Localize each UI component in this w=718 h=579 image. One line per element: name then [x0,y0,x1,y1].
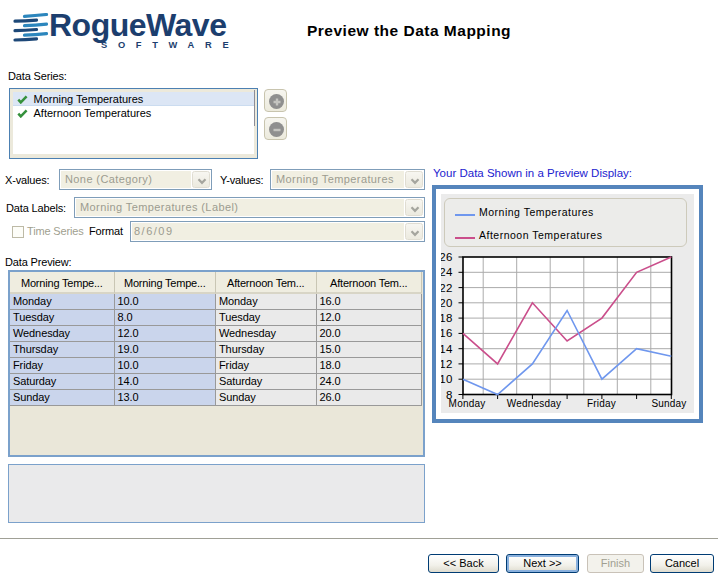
svg-text:Monday: Monday [449,398,486,409]
svg-text:22: 22 [441,282,453,294]
svg-text:16: 16 [441,327,453,339]
svg-text:20: 20 [441,297,453,309]
svg-text:12: 12 [441,358,453,370]
svg-text:18: 18 [441,312,453,324]
svg-text:Sunday: Sunday [651,398,686,409]
svg-text:24: 24 [441,266,453,278]
svg-text:Wednesday: Wednesday [507,398,561,409]
svg-text:14: 14 [441,343,453,355]
svg-text:Friday: Friday [587,398,616,409]
svg-text:26: 26 [441,251,453,263]
svg-text:10: 10 [441,373,453,385]
